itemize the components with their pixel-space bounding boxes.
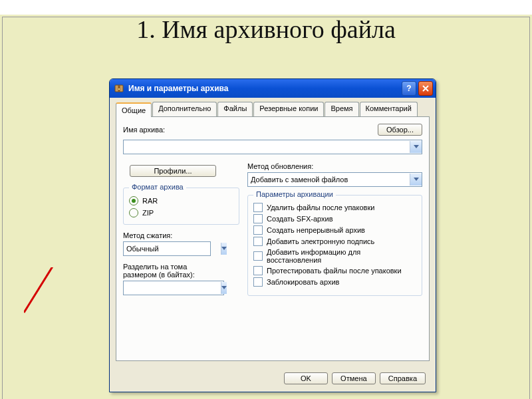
window-title: Имя и параметры архива <box>128 84 228 93</box>
tab-files[interactable]: Файлы <box>217 102 253 116</box>
check-label: Создать SFX-архив <box>267 215 333 223</box>
check-recovery[interactable]: Добавить информацию для восстановления <box>253 248 416 264</box>
winrar-icon <box>114 83 124 94</box>
update-method-combo[interactable] <box>247 172 422 187</box>
check-lock[interactable]: Заблокировать архив <box>253 277 416 287</box>
tab-general[interactable]: Общие <box>116 102 152 117</box>
ok-button[interactable]: OK <box>284 372 328 384</box>
check-delete-after[interactable]: Удалить файлы после упаковки <box>253 203 416 212</box>
radio-label: RAR <box>142 197 158 205</box>
check-label: Добавить электронную подпись <box>267 237 374 245</box>
cancel-button[interactable]: Отмена <box>332 372 376 384</box>
split-combo[interactable] <box>123 281 224 295</box>
update-method-label: Метод обновления: <box>247 162 422 170</box>
radio-icon <box>129 196 138 205</box>
profiles-button[interactable]: Профили... <box>130 165 216 177</box>
close-button[interactable] <box>418 81 433 96</box>
tab-backup[interactable]: Резервные копии <box>253 102 324 116</box>
compress-input[interactable] <box>124 244 221 253</box>
archive-name-label: Имя архива: <box>123 126 165 134</box>
format-group: Формат архива RAR ZIP <box>123 188 239 225</box>
checkbox-icon <box>253 225 263 235</box>
chevron-down-icon[interactable] <box>221 282 227 294</box>
tab-comment[interactable]: Комментарий <box>360 102 418 116</box>
checkbox-icon <box>253 237 263 246</box>
chevron-down-icon[interactable] <box>410 141 422 153</box>
check-label: Заблокировать архив <box>267 278 339 286</box>
check-label: Добавить информацию для восстановления <box>267 248 416 264</box>
update-method-input[interactable] <box>248 175 410 184</box>
check-sfx[interactable]: Создать SFX-архив <box>253 214 416 223</box>
checkbox-icon <box>253 251 263 261</box>
check-test[interactable]: Протестировать файлы после упаковки <box>253 266 416 275</box>
split-input[interactable] <box>124 283 221 293</box>
check-label: Удалить файлы после упаковки <box>267 203 374 211</box>
radio-label: ZIP <box>142 209 154 217</box>
format-legend: Формат архива <box>129 183 186 191</box>
help-titlebar-button[interactable]: ? <box>402 81 416 96</box>
tab-panel-general: Имя архива: Обзор... Профили... Формат а… <box>116 117 430 361</box>
check-solid[interactable]: Создать непрерывный архив <box>253 225 416 235</box>
radio-zip[interactable]: ZIP <box>129 208 233 217</box>
params-legend: Параметры архивации <box>253 190 336 198</box>
svg-rect-3 <box>118 88 120 90</box>
browse-button[interactable]: Обзор... <box>378 124 422 136</box>
checkbox-icon <box>253 277 263 287</box>
tab-strip: Общие Дополнительно Файлы Резервные копи… <box>116 102 430 117</box>
tab-time[interactable]: Время <box>325 102 358 116</box>
radio-rar[interactable]: RAR <box>129 196 233 205</box>
chevron-down-icon[interactable] <box>221 243 227 255</box>
checkbox-icon <box>253 266 263 275</box>
check-sign[interactable]: Добавить электронную подпись <box>253 237 416 246</box>
compress-label: Метод сжатия: <box>123 231 239 239</box>
dialog-window: Имя и параметры архива ? Общие Дополните… <box>109 78 436 392</box>
chevron-down-icon[interactable] <box>410 174 422 186</box>
checkbox-icon <box>253 214 263 223</box>
tab-advanced[interactable]: Дополнительно <box>152 102 217 116</box>
params-group: Параметры архивации Удалить файлы после … <box>247 195 422 296</box>
archive-name-input[interactable] <box>124 142 410 152</box>
check-label: Протестировать файлы после упаковки <box>267 267 402 275</box>
archive-name-combo[interactable] <box>123 140 422 154</box>
split-label: Разделить на тома размером (в байтах): <box>123 263 239 279</box>
checkbox-icon <box>253 203 263 212</box>
radio-icon <box>129 208 138 217</box>
titlebar[interactable]: Имя и параметры архива ? <box>110 79 436 98</box>
dialog-buttons: OK Отмена Справка <box>284 372 426 384</box>
help-button[interactable]: Справка <box>380 372 426 384</box>
compress-combo[interactable] <box>123 241 211 256</box>
check-label: Создать непрерывный архив <box>267 226 365 234</box>
